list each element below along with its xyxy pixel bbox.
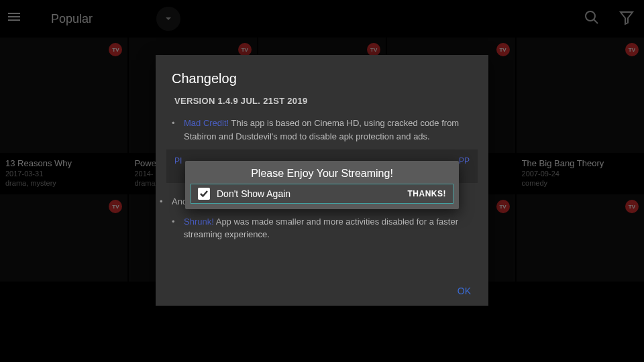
changelog-title: Changelog bbox=[156, 71, 488, 96]
checkbox-label: Don't Show Again bbox=[217, 188, 408, 199]
check-icon bbox=[199, 189, 209, 198]
thanks-button[interactable]: THANKS! bbox=[408, 189, 447, 198]
dont-show-checkbox[interactable] bbox=[198, 188, 210, 200]
enjoy-popup: Please Enjoy Your Streaming! Don't Show … bbox=[185, 161, 459, 209]
changelog-entry: Mad Credit! This app is based on Cinema … bbox=[184, 117, 472, 143]
changelog-highlight: Shrunk! bbox=[184, 217, 214, 227]
popup-row: Don't Show Again THANKS! bbox=[191, 184, 453, 204]
changelog-entry: Shrunk! App was made smaller and more ac… bbox=[184, 215, 472, 241]
popup-title: Please Enjoy Your Streaming! bbox=[185, 161, 459, 184]
changelog-version: VERSION 1.4.9 JUL. 21ST 2019 bbox=[156, 96, 488, 110]
ok-button[interactable]: OK bbox=[458, 286, 471, 296]
changelog-highlight: Mad Credit! bbox=[184, 118, 229, 128]
